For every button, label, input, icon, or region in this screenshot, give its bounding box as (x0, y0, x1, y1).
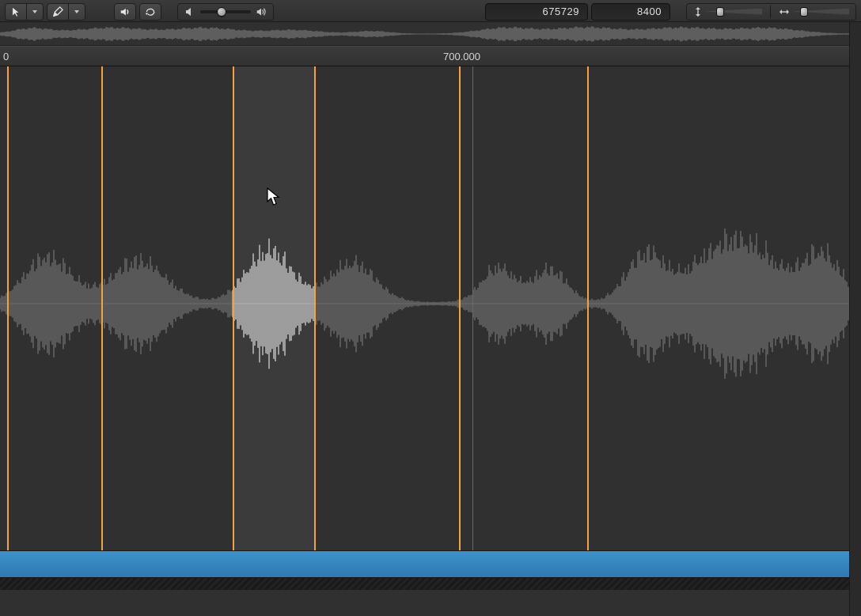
loop-region-bar[interactable] (0, 550, 849, 577)
time-ruler[interactable]: 0 700.000 (0, 46, 849, 66)
transient-marker[interactable] (233, 66, 234, 550)
ruler-tick-start: 0 (3, 51, 9, 62)
playhead[interactable] (472, 66, 473, 550)
waveform-editor[interactable] (0, 66, 849, 550)
main-waveform (0, 66, 849, 550)
selection-region[interactable] (233, 66, 314, 550)
transient-marker[interactable] (459, 66, 461, 550)
transient-marker[interactable] (587, 66, 589, 550)
transient-marker[interactable] (314, 66, 316, 550)
vertical-scrollbar[interactable] (849, 22, 861, 616)
overview-waveform (0, 22, 849, 46)
ruler-tick-center: 700.000 (443, 51, 480, 62)
overview-strip[interactable] (0, 22, 849, 46)
transient-marker[interactable] (7, 66, 9, 550)
transient-marker[interactable] (101, 66, 103, 550)
horizontal-scrollbar[interactable] (0, 577, 849, 590)
